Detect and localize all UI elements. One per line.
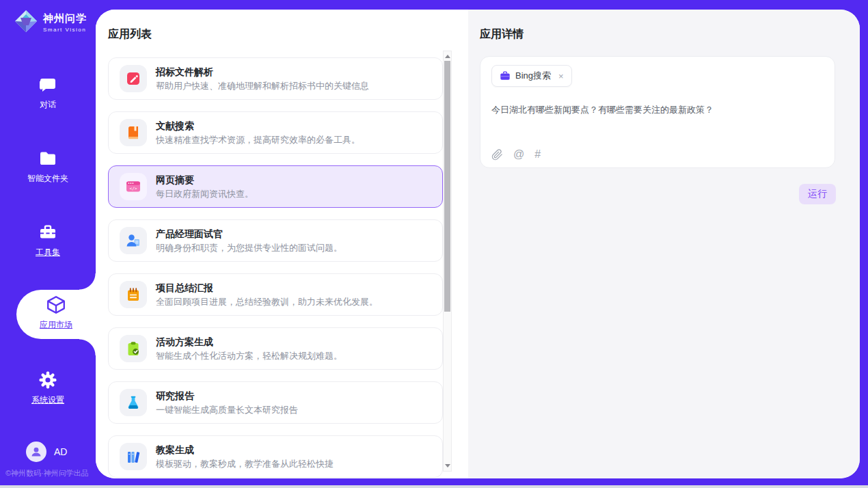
prompt-input-card[interactable]: Bing搜索 × 今日湖北有哪些新闻要点？有哪些需要关注的最新政策？ @ # — [480, 56, 835, 168]
app-card-literature-search[interactable]: 文献搜索 快速精准查找学术资源，提高研究效率的必备工具。 — [108, 111, 443, 154]
app-card-title: 项目总结汇报 — [156, 282, 378, 294]
app-card-desc: 一键智能生成高质量长文本研究报告 — [156, 405, 298, 416]
scroll-up-icon[interactable] — [445, 55, 450, 58]
copyright-text: ©神州数码·神州问学出品 — [5, 468, 89, 478]
app-card-bid-doc-parse[interactable]: 招标文件解析 帮助用户快速、准确地理解和解析招标书中的关键信息 — [108, 57, 443, 100]
notepad-icon — [120, 281, 147, 308]
cube-icon — [46, 306, 66, 317]
research-icon — [120, 389, 147, 416]
app-card-research-report[interactable]: 研究报告 一键智能生成高质量长文本研究报告 — [108, 381, 443, 424]
sidebar-item-chat[interactable]: 对话 — [0, 75, 96, 111]
user-icon — [30, 446, 42, 458]
toolbox-icon — [0, 223, 96, 243]
sidebar-item-smart-folder[interactable]: 智能文件夹 — [0, 149, 96, 185]
app-detail-title: 应用详情 — [480, 27, 524, 42]
main-container: 应用列表 招标文件解析 帮助用户快速、准确地理解和解析招标书中的关键信息 — [96, 10, 860, 478]
user-label: AD — [54, 446, 67, 457]
app-card-title: 招标文件解析 — [156, 66, 369, 78]
app-window: 神州问学 Smart Vision 对话 智能文件夹 — [0, 0, 868, 488]
app-card-web-summary[interactable]: </> 网页摘要 每日政府新闻资讯快查。 — [108, 165, 443, 208]
app-list-panel: 应用列表 招标文件解析 帮助用户快速、准确地理解和解析招标书中的关键信息 — [96, 10, 468, 478]
brand-logo-icon — [14, 9, 38, 36]
gear-icon — [0, 370, 96, 391]
paperclip-icon[interactable] — [491, 149, 503, 161]
brand-name: 神州问学 — [43, 12, 87, 25]
tool-chip-label: Bing搜索 — [515, 70, 551, 82]
brand-subtitle: Smart Vision — [43, 27, 87, 33]
app-card-project-summary[interactable]: 项目总结汇报 全面回顾项目进展，总结经验教训，助力未来优化发展。 — [108, 273, 443, 316]
composer-toolbar: @ # — [491, 148, 541, 161]
chat-icon — [0, 75, 96, 96]
sidebar-item-app-market[interactable]: 应用市场 — [16, 290, 96, 339]
app-card-title: 文献搜索 — [156, 120, 360, 132]
folder-icon — [0, 149, 96, 170]
app-card-desc: 智能生成个性化活动方案，轻松解决规划难题。 — [156, 351, 342, 362]
app-card-title: 网页摘要 — [156, 174, 254, 186]
doc-edit-icon — [120, 65, 147, 92]
app-card-desc: 每日政府新闻资讯快查。 — [156, 189, 254, 200]
app-card-desc: 明确身份和职责，为您提供专业性的面试问题。 — [156, 243, 342, 254]
interviewer-icon — [120, 227, 147, 254]
app-card-desc: 模板驱动，教案秒成，教学准备从此轻松快捷 — [156, 459, 334, 470]
app-card-desc: 帮助用户快速、准确地理解和解析招标书中的关键信息 — [156, 81, 369, 92]
app-card-event-plan[interactable]: 活动方案生成 智能生成个性化活动方案，轻松解决规划难题。 — [108, 327, 443, 370]
sidebar-item-settings[interactable]: 系统设置 — [0, 370, 96, 406]
hash-icon[interactable]: # — [534, 148, 541, 161]
sidebar-item-label: 智能文件夹 — [0, 173, 96, 185]
tool-chip-bing-search[interactable]: Bing搜索 × — [491, 65, 572, 87]
app-detail-panel: 应用详情 Bing搜索 × 今日湖北有哪些新闻要点？有哪些需要关注的最新政策？ — [468, 10, 860, 478]
brand: 神州问学 Smart Vision — [14, 9, 87, 36]
close-icon[interactable]: × — [558, 71, 564, 81]
bubble-fillet-top — [79, 273, 96, 290]
browser-code-icon: </> — [120, 173, 147, 200]
sidebar-item-toolset[interactable]: 工具集 — [0, 223, 96, 258]
scrollbar-thumb[interactable] — [444, 61, 450, 312]
at-icon[interactable]: @ — [513, 148, 524, 161]
briefcase-icon — [500, 70, 511, 81]
app-card-list: 招标文件解析 帮助用户快速、准确地理解和解析招标书中的关键信息 文献搜索 — [108, 57, 443, 478]
sidebar-item-label: 应用市场 — [16, 319, 96, 331]
sidebar-item-label: 工具集 — [0, 247, 96, 258]
window-bottom-edge — [0, 485, 868, 488]
sidebar-item-label: 系统设置 — [0, 394, 96, 406]
app-card-desc: 全面回顾项目进展，总结经验教训，助力未来优化发展。 — [156, 297, 378, 308]
scroll-down-icon[interactable] — [445, 464, 450, 467]
books-icon — [120, 443, 147, 470]
avatar — [26, 442, 46, 462]
sidebar: 神州问学 Smart Vision 对话 智能文件夹 — [0, 0, 96, 488]
user-account[interactable]: AD — [26, 442, 67, 462]
app-card-title: 研究报告 — [156, 390, 298, 402]
run-button[interactable]: 运行 — [799, 184, 836, 204]
query-text[interactable]: 今日湖北有哪些新闻要点？有哪些需要关注的最新政策？ — [491, 104, 824, 116]
bubble-fillet-bottom — [79, 339, 96, 355]
app-card-lesson-plan[interactable]: 教案生成 模板驱动，教案秒成，教学准备从此轻松快捷 — [108, 435, 443, 478]
clipboard-check-icon — [120, 335, 147, 362]
book-icon — [120, 119, 147, 146]
scrollbar[interactable] — [443, 51, 452, 472]
app-card-title: 产品经理面试官 — [156, 228, 342, 240]
app-card-title: 活动方案生成 — [156, 336, 342, 348]
app-list-title: 应用列表 — [108, 27, 152, 42]
app-card-pm-interviewer[interactable]: 产品经理面试官 明确身份和职责，为您提供专业性的面试问题。 — [108, 219, 443, 262]
sidebar-item-label: 对话 — [0, 99, 96, 111]
app-card-title: 教案生成 — [156, 444, 334, 456]
svg-text:</>: </> — [129, 186, 137, 191]
app-card-desc: 快速精准查找学术资源，提高研究效率的必备工具。 — [156, 135, 360, 146]
